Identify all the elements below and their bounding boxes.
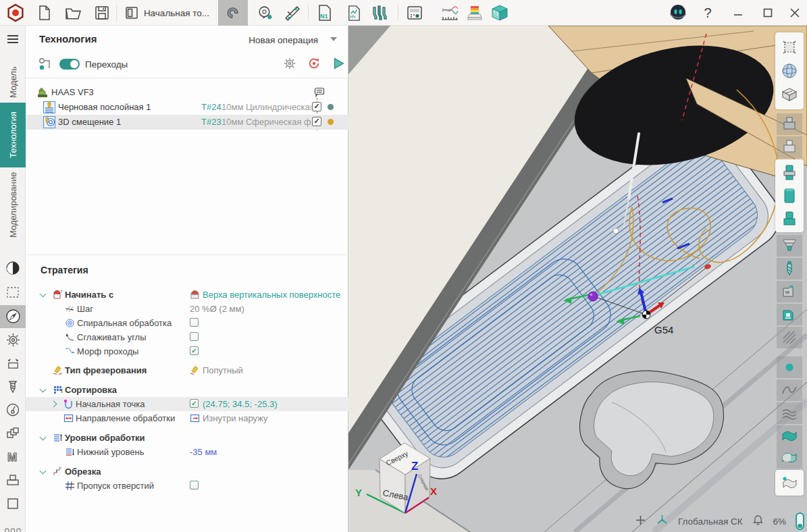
coordinate-system-icon[interactable]	[656, 514, 669, 529]
stock-light-button[interactable]	[777, 136, 802, 158]
surface-flag-button[interactable]	[777, 472, 802, 494]
tab-technology[interactable]: Технология	[0, 103, 26, 167]
operation-settings-button[interactable]	[282, 56, 297, 74]
m-code-icon[interactable]: M	[5, 449, 21, 465]
row-checkbox[interactable]	[190, 332, 199, 341]
material-stack-button[interactable]	[462, 0, 488, 26]
tab-model[interactable]: Модель	[0, 61, 26, 104]
machine-tree-row[interactable]: HAAS VF3	[26, 85, 348, 100]
chevron-down-icon[interactable]	[330, 37, 337, 41]
strategy-row-smooth-corners[interactable]: Сглаживать углы	[26, 330, 348, 344]
hatch-button[interactable]	[777, 327, 802, 348]
start-point-icon	[63, 399, 74, 409]
waves-outline-button[interactable]	[777, 402, 802, 424]
stepped-cone-button[interactable]	[777, 235, 802, 257]
strategy-row-skip-holes[interactable]: Пропуск отверстий	[26, 479, 348, 493]
chevron-down-icon[interactable]	[40, 386, 47, 393]
fit-view-button[interactable]	[777, 36, 802, 58]
start-from-icon: ?	[53, 290, 63, 300]
contrast-icon[interactable]	[5, 260, 21, 276]
curve-button[interactable]	[777, 379, 802, 401]
new-operation-button[interactable]: Новая операция	[249, 35, 318, 45]
point-button[interactable]	[777, 356, 802, 378]
report-button[interactable]	[341, 0, 365, 26]
bell-icon[interactable]	[752, 514, 764, 528]
strategy-row-step[interactable]: Шаг 20 %Ø (2 мм)	[26, 302, 348, 316]
help-button[interactable]: ?	[698, 0, 718, 26]
machine-teal-button[interactable]	[777, 304, 802, 325]
strategy-row-levels[interactable]: Уровни обработки	[26, 431, 348, 445]
tool-holder-button[interactable]	[777, 162, 802, 184]
strategy-row-sorting[interactable]: Сортировка	[26, 383, 348, 397]
surface-mixed-button[interactable]	[777, 447, 802, 469]
chevron-down-icon[interactable]	[40, 468, 47, 475]
tool-cylinder-button[interactable]	[777, 185, 802, 207]
graph-button[interactable]	[436, 0, 463, 26]
row-label: Сглаживать углы	[77, 332, 147, 342]
hamburger-menu-button[interactable]	[5, 31, 21, 47]
square-icon[interactable]	[5, 496, 21, 512]
coordinate-system-label[interactable]: Глобальная СК	[678, 516, 743, 527]
gauge-icon[interactable]	[5, 402, 21, 418]
strategy-row-morph[interactable]: Морф проходы ✓	[26, 344, 348, 358]
chevron-down-icon[interactable]	[40, 291, 47, 298]
new-document-button[interactable]	[32, 0, 57, 26]
simulate-play-button[interactable]	[331, 56, 346, 74]
start-doc-button[interactable]: Начальная то...	[120, 0, 213, 26]
viewport-3d[interactable]: G54 Сверху Слева Спереди Y Z X	[348, 26, 807, 532]
simulation-cube-button[interactable]	[486, 0, 513, 26]
minimize-button[interactable]	[727, 0, 750, 26]
open-folder-button[interactable]	[61, 0, 85, 26]
drill-icon[interactable]	[5, 379, 21, 395]
box-view-button[interactable]	[777, 84, 802, 105]
operation-row-roughing[interactable]: Черновая послойная 1 T#24 10мм Цилиндрич…	[26, 100, 348, 115]
row-checkbox[interactable]	[190, 318, 199, 327]
strategy-row-spiral[interactable]: Спиральная обработка	[26, 316, 348, 330]
strategy-row-direction[interactable]: Направление обработки Изнутри наружу	[26, 411, 348, 425]
tool-small-button[interactable]	[777, 208, 802, 230]
tab-modeling[interactable]: Моделирование	[0, 169, 26, 240]
row-checkbox[interactable]	[190, 481, 199, 489]
close-button[interactable]	[783, 0, 806, 26]
save-button[interactable]	[90, 0, 114, 26]
strategy-row-start-from[interactable]: ? Начинать с Верха вертикальных поверхно…	[26, 288, 348, 302]
assistant-robot-button[interactable]	[666, 0, 690, 26]
tools-library-button[interactable]	[367, 0, 394, 26]
smooth-corners-icon	[65, 332, 75, 342]
surface-teal-button[interactable]	[777, 425, 802, 447]
press-icon[interactable]	[5, 472, 21, 488]
compass-icon[interactable]	[5, 308, 21, 324]
measure-button[interactable]	[253, 0, 277, 26]
strategy-row-start-point[interactable]: Начальная точка ✓ (24.75; 34.5; -25.3)	[26, 397, 348, 411]
machine-gray-button[interactable]	[777, 281, 802, 302]
layers-squares-icon[interactable]	[5, 425, 21, 442]
more-dots-icon[interactable]	[5, 523, 21, 532]
gear-icon[interactable]	[5, 331, 21, 348]
maximize-button[interactable]	[756, 0, 779, 26]
globe-view-button[interactable]	[777, 60, 802, 82]
recalculate-button[interactable]	[307, 56, 321, 74]
add-button[interactable]	[635, 514, 646, 528]
row-checkbox[interactable]: ✓	[190, 346, 199, 355]
operation-checkbox[interactable]: ✓	[312, 102, 321, 111]
drill-bit-button[interactable]	[777, 258, 802, 280]
start-from-value-icon	[190, 290, 200, 300]
operation-checkbox[interactable]: ✓	[312, 117, 321, 126]
operation-row-offset[interactable]: 3D смещение 1 T#23 10мм Сферическая фр ✓	[26, 115, 348, 130]
magnet-snap-button[interactable]	[218, 0, 248, 26]
nc-program-button[interactable]: N1	[312, 0, 336, 26]
strategy-row-lower-level[interactable]: Нижний уровень -35 мм	[26, 445, 348, 459]
transitions-graph-icon[interactable]	[38, 57, 53, 72]
chevron-down-icon[interactable]	[40, 434, 47, 441]
row-checkbox[interactable]: ✓	[190, 399, 199, 408]
caliper-button[interactable]	[278, 0, 305, 26]
notes-icon[interactable]	[313, 86, 326, 101]
calculator-button[interactable]	[402, 0, 427, 26]
strategy-row-mill-type[interactable]: Тип фрезерования Попутный	[26, 363, 348, 377]
transform-box-icon[interactable]	[5, 355, 21, 371]
selection-rect-icon[interactable]	[5, 284, 21, 300]
stock-gray-button[interactable]	[777, 113, 802, 135]
transitions-toggle[interactable]	[59, 59, 80, 70]
strategy-row-trim[interactable]: Обрезка	[26, 464, 348, 479]
chevron-right-icon[interactable]	[51, 401, 57, 408]
